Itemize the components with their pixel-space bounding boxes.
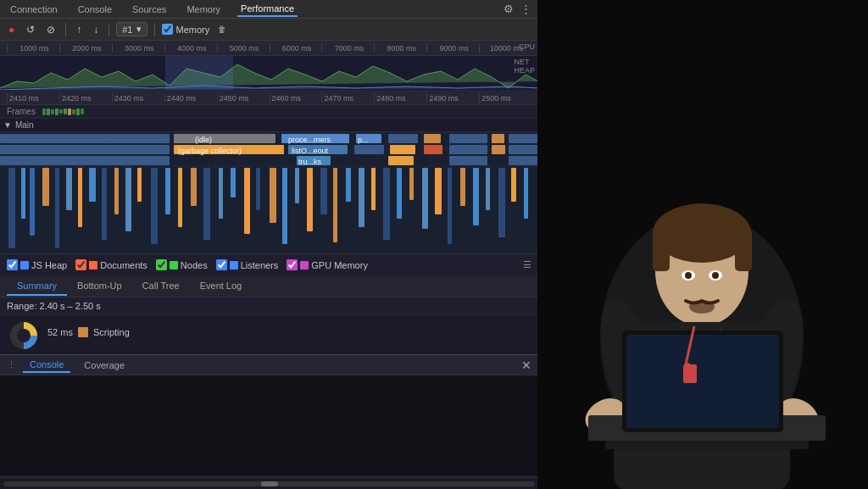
nav-performance[interactable]: Performance xyxy=(237,2,298,17)
svg-rect-32 xyxy=(21,168,25,219)
main-section[interactable]: ▼ Main xyxy=(0,119,538,132)
settings-icon[interactable]: ⚙ xyxy=(504,3,514,15)
t-2410: 2410 ms xyxy=(7,92,59,103)
memory-checkbox[interactable]: Memory xyxy=(162,24,210,35)
svg-rect-51 xyxy=(256,168,260,210)
console-tab[interactable]: Console xyxy=(23,358,70,373)
svg-rect-55 xyxy=(307,168,313,231)
record-button[interactable]: ● xyxy=(5,22,18,37)
upload-button[interactable]: ↑ xyxy=(73,22,85,37)
svg-rect-33 xyxy=(30,168,35,236)
jsheap-check[interactable] xyxy=(7,259,18,270)
svg-rect-65 xyxy=(435,168,442,214)
svg-rect-37 xyxy=(78,168,82,227)
svg-rect-60 xyxy=(371,168,376,210)
svg-rect-59 xyxy=(359,168,364,227)
svg-rect-56 xyxy=(320,168,327,214)
svg-rect-62 xyxy=(397,168,402,219)
coverage-tab[interactable]: Coverage xyxy=(77,358,131,372)
nav-memory[interactable]: Memory xyxy=(183,3,224,16)
nodes-label: Nodes xyxy=(181,260,208,270)
checkbox-nodes[interactable]: Nodes xyxy=(156,259,208,270)
svg-rect-89 xyxy=(735,229,752,271)
console-body[interactable] xyxy=(0,375,538,475)
download-button[interactable]: ↓ xyxy=(90,22,102,37)
more-icon[interactable]: ⋮ xyxy=(520,3,531,15)
svg-rect-71 xyxy=(511,168,516,202)
cpu-wave-svg xyxy=(0,56,538,90)
listeners-check[interactable] xyxy=(216,259,227,270)
scrollbar-track[interactable] xyxy=(3,481,535,486)
checkbox-documents[interactable]: Documents xyxy=(75,259,147,270)
svg-rect-42 xyxy=(137,168,142,202)
mark-6000: 6000 ms xyxy=(270,44,322,53)
t-2500: 2500 ms xyxy=(479,92,531,103)
gpumemory-check[interactable] xyxy=(287,259,298,270)
clear-button[interactable]: ⊘ xyxy=(43,22,58,37)
svg-rect-34 xyxy=(42,168,49,206)
scrollbar-area[interactable] xyxy=(0,477,538,489)
svg-rect-49 xyxy=(231,168,236,197)
ms-label: 52 ms xyxy=(47,327,73,337)
main-label: Main xyxy=(15,120,34,130)
documents-check[interactable] xyxy=(75,259,86,270)
reload-button[interactable]: ↺ xyxy=(23,22,38,37)
svg-rect-44 xyxy=(165,168,170,214)
svg-point-95 xyxy=(689,300,715,314)
scrollbar-thumb[interactable] xyxy=(261,481,278,486)
t-2420: 2420 ms xyxy=(59,92,112,103)
svg-rect-22 xyxy=(509,145,538,154)
nav-sources[interactable]: Sources xyxy=(129,3,170,16)
svg-rect-0 xyxy=(165,56,233,90)
person-image xyxy=(537,0,867,489)
svg-rect-10 xyxy=(449,134,487,143)
summary-row: 52 ms Scripting xyxy=(47,327,130,337)
svg-rect-24 xyxy=(0,156,170,165)
checkbox-gpumemory[interactable]: GPU Memory xyxy=(287,259,368,270)
svg-rect-57 xyxy=(333,168,337,242)
svg-rect-26 xyxy=(388,156,414,165)
cpu-chart[interactable]: NETHEAP xyxy=(0,56,538,90)
record-selector[interactable]: #1 ▾ xyxy=(116,22,147,36)
t-2430: 2430 ms xyxy=(112,92,164,103)
flame-chart[interactable]: (idle) proce...mers p... proce...mers (g… xyxy=(0,132,538,253)
svg-rect-64 xyxy=(422,168,428,229)
svg-point-99 xyxy=(712,272,719,279)
svg-text:p...: p... xyxy=(358,136,369,144)
svg-rect-27 xyxy=(449,156,487,165)
tab-bottomup[interactable]: Bottom-Up xyxy=(67,277,132,296)
time-marks: 2410 ms 2420 ms 2430 ms 2440 ms 2450 ms … xyxy=(0,92,538,103)
memory-clear-button[interactable]: 🗑 xyxy=(214,24,230,35)
tab-summary[interactable]: Summary xyxy=(7,277,67,296)
console-menu-icon[interactable]: ⋮ xyxy=(7,359,16,370)
svg-rect-105 xyxy=(683,364,697,383)
svg-rect-104 xyxy=(626,335,779,428)
timeline-ruler: 1000 ms 2000 ms 3000 ms 4000 ms 5000 ms … xyxy=(0,41,538,56)
svg-rect-35 xyxy=(55,168,59,248)
nav-connection[interactable]: Connection xyxy=(7,3,61,16)
console-close-button[interactable]: ✕ xyxy=(521,358,531,372)
svg-rect-36 xyxy=(66,168,72,210)
svg-rect-72 xyxy=(524,168,528,219)
svg-rect-68 xyxy=(473,168,479,225)
svg-rect-4 xyxy=(0,134,170,143)
checkbox-listeners[interactable]: Listeners xyxy=(216,259,279,270)
svg-rect-18 xyxy=(390,145,415,154)
frames-data xyxy=(42,108,531,116)
tab-calltree[interactable]: Call Tree xyxy=(132,277,190,296)
svg-rect-61 xyxy=(383,168,390,240)
tab-eventlog[interactable]: Event Log xyxy=(190,277,253,296)
mark-3000: 3000 ms xyxy=(112,44,164,53)
nodes-check[interactable] xyxy=(156,259,167,270)
checkbox-jsheap[interactable]: JS Heap xyxy=(7,259,67,270)
mark-9000: 9000 ms xyxy=(426,44,479,53)
mark-7000: 7000 ms xyxy=(321,44,374,53)
nav-console[interactable]: Console xyxy=(75,3,115,16)
svg-rect-63 xyxy=(409,168,414,200)
memory-check-input[interactable] xyxy=(162,24,173,35)
filter-icon[interactable]: ☰ xyxy=(523,259,531,270)
svg-rect-39 xyxy=(102,168,107,240)
nodes-color xyxy=(170,261,178,270)
scripting-color xyxy=(78,327,88,337)
svg-rect-43 xyxy=(151,168,158,244)
